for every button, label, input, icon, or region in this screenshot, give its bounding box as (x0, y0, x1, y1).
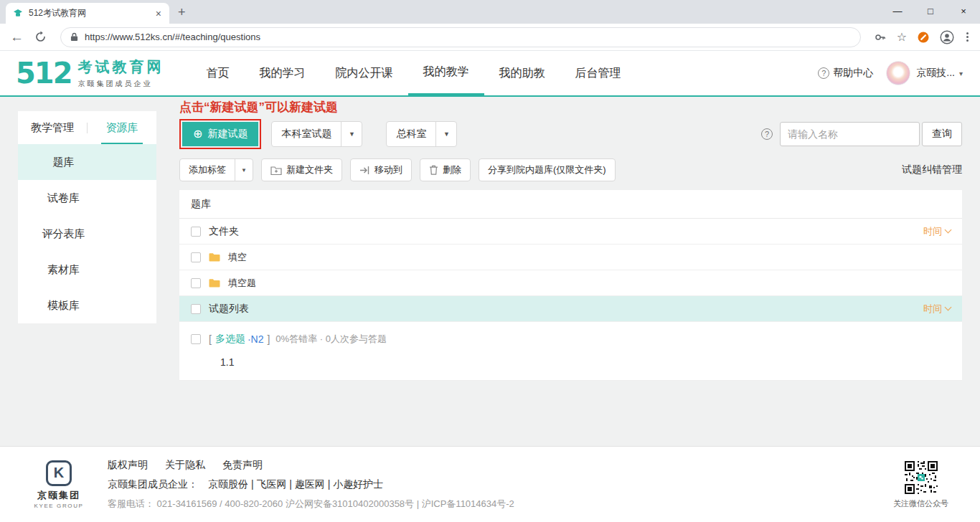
folder-icon (209, 278, 220, 288)
sidebar-item-paper-library[interactable]: 试卷库 (18, 180, 156, 216)
search-help-icon[interactable]: ? (761, 128, 773, 140)
row-checkbox[interactable] (191, 334, 201, 344)
site-logo[interactable]: 512 考试教育网 京颐集团成员企业 (16, 57, 164, 89)
tab-resource-library[interactable]: 资源库 (88, 111, 156, 144)
time-sort-control[interactable]: 时间 (923, 225, 951, 238)
folder-group-label: 文件夹 (209, 225, 239, 238)
question-error-management-link[interactable]: 试题纠错管理 (902, 163, 962, 176)
kyee-logo-icon: K (46, 460, 72, 486)
table-title: 题库 (179, 190, 962, 219)
question-bank-table: 题库 文件夹 时间 填空 (179, 190, 962, 381)
row-checkbox[interactable] (191, 278, 201, 288)
help-center-link[interactable]: ? 帮助中心 (818, 67, 873, 80)
lock-icon (70, 32, 78, 42)
row-checkbox[interactable] (191, 227, 201, 237)
user-name[interactable]: 京颐技... (916, 67, 955, 80)
row-checkbox[interactable] (191, 304, 201, 314)
user-menu-caret-icon[interactable]: ▾ (959, 70, 963, 77)
tab-teaching-management[interactable]: 教学管理 (18, 111, 87, 144)
browser-toolbar: ← https://www.512ks.cn/#/teaching/questi… (0, 24, 980, 51)
new-tab-button[interactable]: + (178, 5, 186, 20)
browser-menu-icon[interactable] (965, 31, 970, 43)
footer-logo-en: KYEE GROUP (34, 503, 84, 509)
annotation-highlight-box: ⊕ 新建试题 (179, 119, 261, 149)
department-select: 总科室 ▼ (386, 121, 457, 147)
nav-my-teaching[interactable]: 我的教学 (408, 51, 484, 95)
footer-logo-cn: 京颐集团 (37, 489, 80, 502)
department-caret-icon[interactable]: ▼ (435, 122, 456, 146)
help-center-label: 帮助中心 (833, 67, 873, 80)
move-to-label: 移动到 (374, 163, 402, 176)
question-level: ·N2 (248, 333, 264, 345)
folder-row[interactable]: 填空 (179, 245, 962, 270)
sidebar-item-template-library[interactable]: 模板库 (18, 288, 156, 323)
close-window-button[interactable]: × (947, 0, 980, 22)
nav-my-assistant[interactable]: 我的助教 (484, 51, 560, 95)
nav-open-courses[interactable]: 院内公开课 (321, 51, 408, 95)
sidebar-tabs: 教学管理 资源库 (18, 111, 156, 144)
footer-link-privacy[interactable]: 关于隐私 (165, 459, 205, 472)
user-avatar[interactable] (886, 61, 910, 85)
folder-name[interactable]: 填空题 (228, 277, 256, 290)
question-list-group-row[interactable]: 试题列表 时间 (179, 296, 962, 322)
footer-contact: 客服电话： 021-34161569 / 400-820-2060 沪公网安备3… (108, 498, 514, 511)
delete-button[interactable]: 删除 (420, 158, 471, 181)
url-text: https://www.512ks.cn/#/teaching/question… (85, 32, 260, 42)
new-question-button[interactable]: ⊕ 新建试题 (182, 122, 258, 146)
move-to-button[interactable]: 移动到 (350, 158, 412, 181)
new-question-label: 新建试题 (207, 128, 248, 141)
minimize-button[interactable]: — (881, 0, 914, 22)
address-bar[interactable]: https://www.512ks.cn/#/teaching/question… (60, 27, 861, 47)
footer-link-copyright[interactable]: 版权声明 (108, 459, 148, 472)
browser-tab[interactable]: 512考试教育网 × (6, 3, 169, 24)
sidebar-item-material-library[interactable]: 素材库 (18, 252, 156, 288)
back-icon[interactable]: ← (10, 30, 24, 44)
nav-home[interactable]: 首页 (192, 51, 245, 95)
page-content: 教学管理 资源库 题库 试卷库 评分表库 素材库 模板库 点击“新建试题”可以新… (0, 97, 980, 446)
folder-name[interactable]: 填空 (228, 251, 247, 264)
question-row[interactable]: [ 多选题 ·N2 ] 0%答错率 · 0人次参与答题 1.1 (179, 322, 962, 381)
department-select-value[interactable]: 总科室 (387, 122, 435, 146)
nav-my-learning[interactable]: 我的学习 (245, 51, 321, 95)
main-panel: 点击“新建试题”可以新建试题 ⊕ 新建试题 本科室试题 ▼ 总科室 ▼ (179, 97, 962, 381)
sidebar: 教学管理 资源库 题库 试卷库 评分表库 素材库 模板库 (18, 111, 156, 323)
site-favicon-icon (13, 9, 23, 19)
search-input[interactable] (780, 122, 920, 146)
row-checkbox[interactable] (191, 252, 201, 262)
tab-title: 512考试教育网 (29, 7, 148, 19)
share-to-hospital-button[interactable]: 分享到院内题库(仅限文件夹) (479, 158, 616, 181)
footer-members-prefix: 京颐集团成员企业： (108, 478, 198, 491)
toolbar-row: 添加标签 ▼ 新建文件夹 移动到 (179, 158, 962, 181)
site-footer: K 京颐集团 KYEE GROUP 版权声明 关于隐私 免责声明 京颐集团成员企… (0, 446, 980, 522)
refresh-icon[interactable] (34, 31, 47, 43)
add-tag-button[interactable]: 添加标签 (180, 159, 235, 181)
folder-group-row[interactable]: 文件夹 时间 (179, 219, 962, 245)
sidebar-item-score-sheet-library[interactable]: 评分表库 (18, 216, 156, 252)
folder-row[interactable]: 填空题 (179, 270, 962, 296)
question-stats: 0%答错率 · 0人次参与答题 (275, 333, 387, 346)
scope-select-value[interactable]: 本科室试题 (272, 122, 341, 146)
extension-icon[interactable] (918, 32, 929, 43)
tab-close-icon[interactable]: × (154, 8, 164, 19)
scope-caret-icon[interactable]: ▼ (341, 122, 362, 146)
site-header: 512 考试教育网 京颐集团成员企业 首页 我的学习 院内公开课 我的教学 我的… (0, 51, 980, 97)
add-tag-group: 添加标签 ▼ (179, 158, 253, 181)
sidebar-item-question-bank[interactable]: 题库 (18, 144, 156, 180)
key-icon[interactable] (875, 32, 886, 43)
question-title[interactable]: 1.1 (220, 356, 951, 368)
add-tag-caret-icon[interactable]: ▼ (235, 159, 253, 181)
footer-link-disclaimer[interactable]: 免责声明 (222, 459, 263, 472)
time-sort-control[interactable]: 时间 (923, 303, 951, 315)
browser-tab-strip: 512考试教育网 × + — □ × (0, 0, 980, 24)
logo-title: 考试教育网 (78, 57, 164, 77)
query-button[interactable]: 查询 (922, 122, 962, 146)
new-folder-button[interactable]: 新建文件夹 (261, 158, 342, 181)
profile-icon[interactable] (940, 30, 954, 44)
footer-members-list[interactable]: 京颐股份 | 飞医网 | 趣医网 | 小趣好护士 (208, 478, 383, 491)
bookmark-star-icon[interactable]: ☆ (897, 30, 907, 44)
plus-circle-icon: ⊕ (193, 128, 202, 140)
tag-bracket: ] (267, 333, 270, 345)
nav-admin[interactable]: 后台管理 (560, 51, 636, 95)
maximize-button[interactable]: □ (914, 0, 947, 22)
new-folder-icon (270, 166, 282, 175)
